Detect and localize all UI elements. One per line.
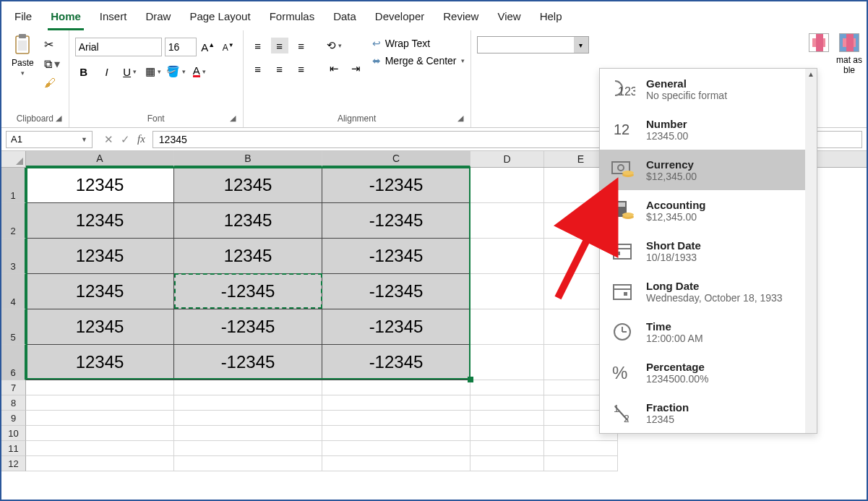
column-header[interactable]: B [174,151,322,167]
underline-button[interactable]: U▾ [121,64,139,80]
tab-help[interactable]: Help [537,7,565,30]
tab-home[interactable]: Home [48,7,84,30]
format-painter-button[interactable]: 🖌 [41,75,63,91]
row-header[interactable]: 9 [1,411,26,426]
row-header[interactable]: 7 [1,380,26,395]
tab-view[interactable]: View [494,7,523,30]
cell[interactable] [544,441,618,456]
format-option-percentage[interactable]: %Percentage1234500.00% [600,352,817,393]
cell[interactable] [470,274,544,309]
column-header[interactable]: D [470,151,544,167]
tab-formulas[interactable]: Formulas [267,7,318,30]
align-middle-button[interactable]: ≡ [271,38,288,53]
cell[interactable]: -12345 [174,274,322,309]
format-option-general[interactable]: 123GeneralNo specific format [600,69,817,109]
cell[interactable]: -12345 [322,168,470,203]
cell[interactable]: -12345 [322,203,470,239]
row-header[interactable]: 4 [1,274,26,309]
wrap-text-button[interactable]: ↩Wrap Text [372,38,465,49]
cell[interactable]: -12345 [322,309,470,345]
column-header[interactable]: A [26,151,174,167]
dialog-launcher-icon[interactable]: ◢ [457,114,463,123]
cell[interactable] [174,456,322,471]
cell[interactable] [322,426,470,441]
cell[interactable] [544,456,618,471]
cell[interactable]: 12345 [26,274,174,309]
borders-button[interactable]: ▦▾ [145,64,162,80]
tab-page-layout[interactable]: Page Layout [186,7,253,30]
fill-handle[interactable] [468,377,473,382]
cell[interactable]: -12345 [322,239,470,274]
cancel-icon[interactable]: ✕ [104,133,113,146]
row-header[interactable]: 5 [1,309,26,345]
scroll-up-icon[interactable]: ▲ [806,69,816,80]
cell[interactable] [174,411,322,426]
decrease-font-button[interactable]: A▼ [220,39,237,55]
align-left-button[interactable]: ≡ [249,61,267,77]
conditional-formatting-button[interactable] [809,30,829,55]
row-header[interactable]: 10 [1,426,26,441]
align-top-button[interactable]: ≡ [249,38,267,53]
dialog-launcher-icon[interactable]: ◢ [230,114,236,123]
bold-button[interactable]: B [75,64,93,80]
cell[interactable]: 12345 [26,345,174,380]
decrease-indent-button[interactable]: ⇤ [326,61,343,77]
row-header[interactable]: 1 [1,168,26,203]
cell[interactable] [322,395,470,411]
cell[interactable] [26,456,174,471]
cell[interactable]: -12345 [322,274,470,309]
row-header[interactable]: 11 [1,441,26,456]
cell[interactable] [470,203,544,239]
paste-button[interactable]: Paste ▾ [7,33,38,77]
dialog-launcher-icon[interactable]: ◢ [56,114,61,123]
cell[interactable] [174,426,322,441]
format-option-accounting[interactable]: Accounting $12,345.00 [600,190,817,231]
tab-file[interactable]: File [12,7,35,30]
row-header[interactable]: 3 [1,239,26,274]
format-option-fraction[interactable]: 12Fraction12345 [600,393,817,433]
increase-font-button[interactable]: A▲ [199,39,217,55]
align-bottom-button[interactable]: ≡ [293,38,310,53]
increase-indent-button[interactable]: ⇥ [348,61,365,77]
fill-color-button[interactable]: 🪣▾ [168,64,185,80]
cell[interactable]: 12345 [26,239,174,274]
cell[interactable] [470,168,544,203]
format-option-currency[interactable]: Currency$12,345.00 [600,150,817,190]
column-header[interactable]: C [322,151,470,167]
row-header[interactable]: 6 [1,345,26,380]
row-header[interactable]: 12 [1,456,26,471]
merge-center-button[interactable]: ⬌Merge & Center▾ [372,55,465,67]
cell[interactable] [322,411,470,426]
cell[interactable] [322,456,470,471]
cell[interactable] [322,380,470,395]
number-format-combo[interactable]: ▾ [477,36,589,53]
format-option-shortdate[interactable]: Short Date10/18/1933 [600,231,817,271]
orientation-button[interactable]: ⟲▾ [326,38,343,53]
cell[interactable] [322,441,470,456]
cut-button[interactable]: ✂ [41,36,63,53]
cell[interactable]: 12345 [26,203,174,239]
cell[interactable]: -12345 [322,345,470,380]
cell[interactable] [174,441,322,456]
cell[interactable] [26,411,174,426]
align-center-button[interactable]: ≡ [271,61,288,77]
font-color-button[interactable]: A▾ [191,64,208,80]
enter-icon[interactable]: ✓ [121,133,130,146]
copy-button[interactable]: ⧉▾ [41,56,63,72]
select-all-corner[interactable] [1,151,26,167]
cell[interactable]: 12345 [174,168,322,203]
cell[interactable]: -12345 [174,345,322,380]
cell[interactable]: 12345 [174,203,322,239]
cell[interactable] [470,426,544,441]
italic-button[interactable]: I [98,64,116,80]
cell[interactable] [470,309,544,345]
row-header[interactable]: 2 [1,203,26,239]
align-right-button[interactable]: ≡ [293,61,310,77]
cell[interactable] [470,411,544,426]
cell[interactable] [174,380,322,395]
font-name-combo[interactable] [75,38,162,56]
cell[interactable]: 12345 [26,309,174,345]
cell[interactable] [470,380,544,395]
tab-review[interactable]: Review [440,7,481,30]
tab-data[interactable]: Data [330,7,359,30]
